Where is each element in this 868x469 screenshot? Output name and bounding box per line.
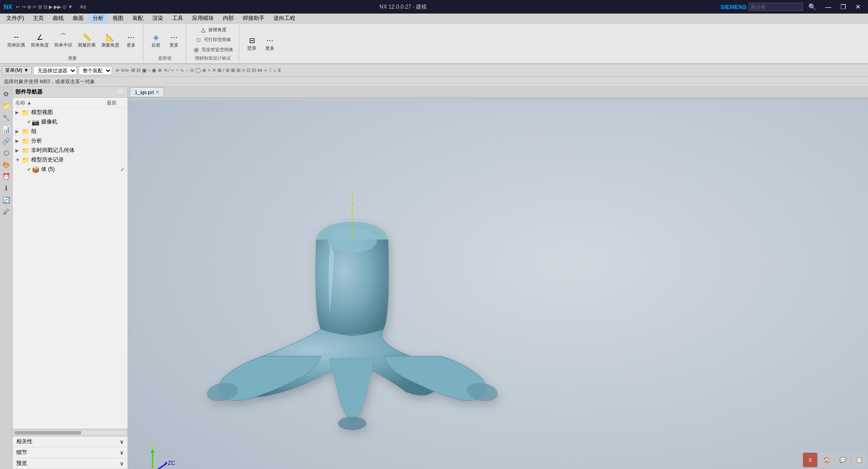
nav-icon-9[interactable]: 🔄 xyxy=(1,194,12,205)
tree-label-nontimestamp: 非时间戳记几何体 xyxy=(31,147,75,154)
corner-icon-2[interactable]: 🏠 xyxy=(819,453,834,467)
nav-icon-8[interactable]: ℹ xyxy=(1,183,12,194)
btn-measure-angle[interactable]: 📐 测量角度 xyxy=(99,31,121,49)
nav-icon-3[interactable]: 📊 xyxy=(1,124,12,135)
scroll-thumb[interactable] xyxy=(14,431,81,435)
tab-close-icon[interactable]: ✕ xyxy=(156,90,159,95)
viewport-tab-1[interactable]: 1_igs.prt ✕ xyxy=(130,87,164,97)
expander-group[interactable]: ▶ xyxy=(15,129,21,134)
btn-faceshape-more[interactable]: ⋯ 更多 xyxy=(166,31,182,49)
nav-icon-6[interactable]: 🎨 xyxy=(1,159,12,170)
settings-icon[interactable]: ⚙ xyxy=(1,89,12,99)
nav-scrollbar[interactable] xyxy=(13,429,127,436)
tree-label-analysis: 分析 xyxy=(31,137,42,145)
nav-icon-5[interactable]: ⬡ xyxy=(1,147,12,158)
tree-item-analysis[interactable]: ▶ 📁 分析 xyxy=(14,136,127,146)
additive-row3: ◎ 完全对近空间体 xyxy=(191,45,235,54)
nav-icon-10[interactable]: 🖊 xyxy=(1,206,12,217)
additive-row1: △ 拔模角度 xyxy=(198,25,228,34)
relevance-chevron[interactable]: ∨ xyxy=(120,439,124,445)
btn-measure-more[interactable]: ⋯ 更多 xyxy=(123,31,139,49)
quick-access-icons[interactable]: ↩ ↪ ⊕ ✂ ⊞ ⊟ ▶ ▶▶ ⊙ ▼ xyxy=(16,4,72,10)
btn-wallthick-more[interactable]: ⋯ 更多 xyxy=(262,34,278,52)
detail-chevron[interactable]: ∨ xyxy=(120,450,124,456)
corner-icon-4[interactable]: 📋 xyxy=(852,453,866,467)
corner-icon-label-2: 🏠 xyxy=(823,457,830,463)
menu-assembly[interactable]: 装配 xyxy=(128,14,148,23)
search-input[interactable] xyxy=(749,3,803,11)
nav-bottom-detail[interactable]: 细节 ∨ xyxy=(13,447,127,458)
restore-button[interactable]: ❐ xyxy=(837,2,850,11)
menu-tools[interactable]: 工具 xyxy=(168,14,188,23)
tree-label-body: 体 (5) xyxy=(41,166,55,173)
btn-measure-distance[interactable]: 📏 测量距离 xyxy=(76,31,98,49)
menu-weld[interactable]: 焊接助手 xyxy=(238,14,269,23)
nav-bottom-relevance[interactable]: 相关性 ∨ xyxy=(13,436,127,447)
tree-item-camera[interactable]: ✔ 📷 摄像机 xyxy=(14,117,127,127)
expander-analysis[interactable]: ▶ xyxy=(15,138,21,143)
tree-label-model-views: 模型视图 xyxy=(31,109,53,116)
menu-reverse[interactable]: 逆向工程 xyxy=(269,14,300,23)
preview-chevron[interactable]: ∨ xyxy=(120,460,124,467)
wall-thickness-icon: ⊟ xyxy=(246,35,257,46)
tree-item-group[interactable]: ▶ 📁 组 xyxy=(14,127,127,136)
nav-icon-7[interactable]: ⏰ xyxy=(1,171,12,182)
folder-icon-nontimestamp: 📁 xyxy=(22,147,29,154)
simple-angle-label: 简单角度 xyxy=(31,43,49,48)
tree-item-body[interactable]: ✔ 📦 体 (5) ✓ xyxy=(14,165,127,174)
nav-icon-2[interactable]: 🔧 xyxy=(1,112,12,123)
btn-simple-radius[interactable]: ⌒ 简单半径 xyxy=(52,31,74,49)
search-button[interactable]: 🔍 xyxy=(805,2,820,11)
btn-simple-angle[interactable]: ∠ 简单角度 xyxy=(29,31,51,49)
scroll-track[interactable] xyxy=(14,431,126,435)
close-button[interactable]: ✕ xyxy=(852,2,864,11)
btn-reflect[interactable]: ◈ 反射 xyxy=(148,31,164,49)
menu-surface[interactable]: 曲面 xyxy=(68,14,88,23)
filter-select[interactable]: 无选择过滤器 xyxy=(33,66,77,75)
measure-angle-label: 测量角度 xyxy=(101,43,119,48)
full-space-icon: ◎ xyxy=(193,46,200,53)
additive-group-label: 增材制造设计验证 xyxy=(195,55,231,62)
full-space-label: 完全对近空间体 xyxy=(202,47,233,52)
expander-model-views[interactable]: ▶ xyxy=(15,110,21,115)
tree-item-model-views[interactable]: ▶ 📁 模型视图 xyxy=(14,108,127,117)
menu-view[interactable]: 视图 xyxy=(108,14,128,23)
nav-collapse-icon[interactable]: ⬜ xyxy=(118,89,125,95)
ribbon: ↔ 简单距离 ∠ 简单角度 ⌒ 简单半径 📏 测量距离 📐 测量角度 ⋯ 更多 xyxy=(0,24,868,64)
nav-icon-4[interactable]: 🔗 xyxy=(1,136,12,147)
expander-history[interactable]: ▼ xyxy=(15,157,21,162)
wallthick-buttons: ⊟ 壁厚 ⋯ 更多 xyxy=(244,25,278,61)
tree-item-nontimestamp[interactable]: ▶ 📁 非时间戳记几何体 xyxy=(14,146,127,155)
simple-angle-icon: ∠ xyxy=(34,32,45,43)
menu-mode-button[interactable]: 菜单(M) ▼ xyxy=(2,66,32,75)
menu-home[interactable]: 主页 xyxy=(28,14,48,23)
viewport-tabs: 1_igs.prt ✕ xyxy=(128,87,868,98)
btn-print-space[interactable]: □ 可打印空间体 xyxy=(193,35,233,44)
menu-curve[interactable]: 曲线 xyxy=(48,14,68,23)
expander-nontimestamp[interactable]: ▶ xyxy=(15,148,21,153)
menu-file[interactable]: 文件(F) xyxy=(2,14,28,23)
ribbon-group-faceshape: ◈ 反射 ⋯ 更多 面形状 xyxy=(144,24,186,62)
nav-icon-1[interactable]: 📁 xyxy=(1,100,12,111)
menu-analysis[interactable]: 分析 xyxy=(88,14,108,23)
model-3d-view: XC ZC xyxy=(128,100,868,469)
btn-draft-angle[interactable]: △ 拔模角度 xyxy=(198,25,228,34)
print-space-icon: □ xyxy=(195,36,202,43)
secondary-toolbar: 菜单(M) ▼ 无选择过滤器 整个装配 ⊳ ⊳⊳ ⊞ ⊟ ▣ ○ ◉ ⊕ ✕ ∕… xyxy=(0,64,868,77)
nav-bottom-preview[interactable]: 预览 ∨ xyxy=(13,458,127,469)
corner-icon-1[interactable]: S xyxy=(803,453,817,467)
menu-render[interactable]: 渲染 xyxy=(148,14,168,23)
svg-text:ZC: ZC xyxy=(168,460,175,466)
menu-internal[interactable]: 内部 xyxy=(218,14,238,23)
viewport[interactable]: 1_igs.prt ✕ ⊞ ⊡ xyxy=(128,87,868,469)
viewport-corner-icons: S 🏠 💬 📋 xyxy=(803,453,866,467)
faceshape-group-label: 面形状 xyxy=(158,55,172,62)
corner-icon-3[interactable]: 💬 xyxy=(835,453,850,467)
tree-item-history[interactable]: ▼ 📁 模型历史记录 xyxy=(14,155,127,165)
menu-appmodule[interactable]: 应用模块 xyxy=(188,14,218,23)
assembly-select[interactable]: 整个装配 xyxy=(79,66,112,75)
minimize-button[interactable]: — xyxy=(821,2,835,11)
btn-full-space[interactable]: ◎ 完全对近空间体 xyxy=(191,45,235,54)
btn-wall-thickness[interactable]: ⊟ 壁厚 xyxy=(244,34,260,52)
btn-simple-distance[interactable]: ↔ 简单距离 xyxy=(5,31,27,49)
